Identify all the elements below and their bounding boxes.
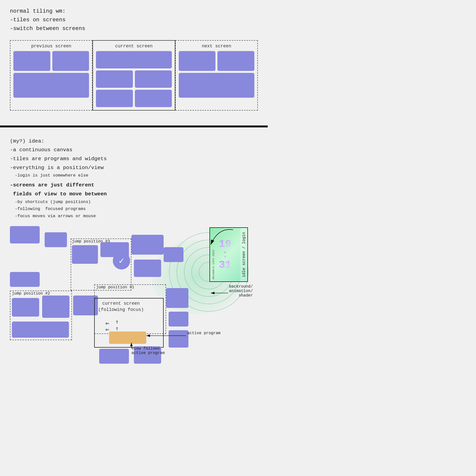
canvas-tile: [166, 288, 188, 308]
intro-line-1: normal tiling wm:: [10, 7, 258, 16]
view-follows-label: view follows active program: [131, 346, 165, 355]
idea-text: (my?) idea: -a continuous canvas -tiles …: [10, 137, 258, 220]
canvas-tile: [12, 322, 69, 338]
idea-line: fields of view to move between: [10, 190, 258, 199]
previous-screen-label: previous screen: [13, 44, 89, 49]
canvas-diagram: 19 : 31 decembre 14th 2023 idle screen /…: [10, 225, 258, 364]
checkmark-circle: ✓: [113, 252, 130, 269]
tile: [96, 51, 172, 68]
idea-line-sub: -by shortcuts (jump positions): [10, 199, 258, 206]
canvas-tile: [169, 312, 188, 327]
tile: [52, 51, 89, 71]
current-screen-label: current screen: [96, 44, 172, 49]
current-tile-grid: [96, 51, 172, 107]
canvas-tile: [134, 260, 161, 277]
previous-screen-box: previous screen: [10, 40, 92, 111]
active-program-label: active program: [187, 331, 220, 335]
intro-line-3: -switch between screens: [10, 24, 258, 33]
intro-text: normal tiling wm: -tiles on screens -swi…: [10, 7, 258, 33]
intro-line-2: -tiles on screens: [10, 16, 258, 24]
tile: [96, 90, 133, 107]
idle-minute-val: 31: [219, 260, 231, 270]
next-tile-grid: [179, 51, 254, 98]
idea-line: -a continuous canvas: [10, 146, 258, 154]
previous-tile-grid: [13, 51, 89, 98]
tile: [13, 51, 50, 71]
tile: [179, 51, 216, 71]
idle-arrow: [198, 225, 238, 252]
tile: [179, 73, 254, 98]
idle-date: decembre 14th 2023: [212, 250, 215, 279]
bottom-section: (my?) idea: -a continuous canvas -tiles …: [0, 130, 268, 374]
svg-text:⇑: ⇑: [115, 319, 119, 325]
tile: [13, 73, 89, 98]
jump1-label: jump position #1: [96, 285, 134, 290]
top-section: normal tiling wm: -tiles on screens -swi…: [0, 0, 268, 123]
section-divider: [0, 125, 268, 127]
idea-line: -tiles are programs and widgets: [10, 154, 258, 163]
view-follows-arrow: [129, 341, 134, 349]
tile: [135, 70, 172, 88]
current-screen-canvas-label: current screen(following focus): [96, 300, 146, 313]
idea-line-sub: -following focused programs: [10, 206, 258, 213]
canvas-tile: [10, 226, 40, 243]
canvas-tile: [42, 296, 69, 318]
canvas-tile: [10, 272, 40, 287]
tile: [96, 70, 133, 88]
active-program-arrow: [144, 333, 193, 340]
svg-text:⇐: ⇐: [105, 326, 109, 333]
idea-line: -everything is a position/view: [10, 163, 258, 172]
bg-arrow: [203, 289, 233, 299]
next-screen-label: next screen: [179, 44, 254, 49]
idea-line-sub: -login is just somewhere else: [10, 172, 258, 179]
idle-label-strip: idle screen / login: [240, 228, 247, 281]
idea-line: -screens are just different: [10, 181, 258, 190]
tile: [217, 51, 254, 71]
next-screen-box: next screen: [175, 40, 258, 111]
canvas-tile: [99, 349, 129, 364]
idle-screen-label: idle screen / login: [242, 232, 246, 277]
canvas-tile: [72, 245, 98, 264]
canvas-tile: [45, 232, 67, 247]
canvas-tile: [131, 235, 164, 255]
jump2-label: jump position #2: [12, 291, 50, 296]
current-screen-box: current screen: [92, 40, 175, 111]
idea-line-sub: -focus moves via arrows or mouse: [10, 213, 258, 220]
idea-line: (my?) idea:: [10, 137, 258, 146]
canvas-tile: [164, 247, 183, 262]
svg-text:⇑: ⇑: [115, 326, 119, 332]
screens-row: previous screen current screen next scre…: [10, 40, 258, 111]
tile: [135, 90, 172, 107]
canvas-tile: [12, 298, 39, 317]
movement-arrows: ⇐ ⇑ ⇑ ⇐: [104, 317, 129, 336]
